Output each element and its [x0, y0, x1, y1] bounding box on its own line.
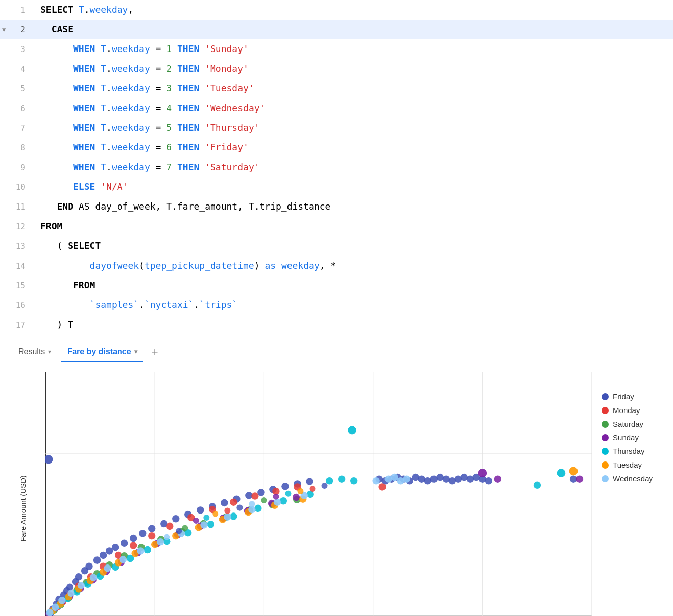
line-number: 5 [0, 79, 35, 98]
code-line-14: 14 dayofweek(tpep_pickup_datetime) as we… [0, 256, 673, 276]
svg-point-120 [478, 469, 487, 477]
svg-point-26 [85, 562, 92, 570]
code-line-5: 5 WHEN T.weekday = 3 THEN 'Tuesday' [0, 79, 673, 98]
legend-label: Saturday [613, 420, 643, 428]
svg-point-139 [326, 477, 333, 485]
svg-point-169 [157, 538, 164, 546]
legend-item-thursday: Thursday [602, 447, 653, 455]
svg-point-24 [75, 573, 82, 581]
tab-label: Results [18, 347, 45, 356]
line-content: WHEN T.weekday = 7 THEN 'Saturday' [35, 158, 673, 177]
line-number: 6 [0, 99, 35, 118]
svg-point-163 [67, 590, 74, 597]
svg-point-22 [66, 584, 73, 591]
svg-point-136 [280, 497, 287, 505]
line-number: 3 [0, 40, 35, 59]
legend-dot [602, 461, 609, 469]
svg-point-195 [322, 483, 328, 489]
code-line-6: 6 WHEN T.weekday = 4 THEN 'Wednesday' [0, 98, 673, 118]
svg-point-82 [230, 498, 237, 506]
chart-wrapper: Fare Amount (USD) 0 5 10 15 20 [15, 372, 592, 616]
line-content: END AS day_of_week, T.fare_amount, T.tri… [35, 197, 673, 216]
legend-item-wednesday: Wednesday [602, 474, 653, 483]
line-content: FROM [35, 276, 673, 295]
svg-point-43 [257, 489, 264, 496]
line-number: 16 [0, 296, 35, 315]
legend-label: Monday [613, 406, 640, 415]
svg-point-167 [120, 556, 127, 563]
svg-point-45 [281, 483, 289, 490]
line-content: WHEN T.weekday = 1 THEN 'Sunday' [35, 39, 673, 59]
svg-point-141 [350, 477, 357, 485]
svg-point-135 [254, 505, 261, 512]
add-tab-button[interactable]: + [148, 344, 162, 361]
legend-dot [602, 434, 609, 441]
code-line-11: 11 END AS day_of_week, T.fare_amount, T.… [0, 197, 673, 217]
svg-point-28 [100, 552, 107, 559]
svg-point-30 [112, 544, 119, 551]
svg-point-142 [534, 482, 541, 489]
line-number: 15 [0, 276, 35, 295]
code-line-12: 12FROM [0, 217, 673, 236]
svg-point-121 [494, 475, 501, 483]
line-content: WHEN T.weekday = 4 THEN 'Wednesday' [35, 98, 673, 118]
svg-point-77 [130, 542, 137, 549]
svg-point-27 [93, 556, 101, 564]
line-content: WHEN T.weekday = 6 THEN 'Friday' [35, 138, 673, 157]
legend-item-saturday: Saturday [602, 420, 653, 428]
line-number: 7 [0, 119, 35, 138]
legend-item-monday: Monday [602, 406, 653, 415]
code-line-7: 7 WHEN T.weekday = 5 THEN 'Thursday' [0, 118, 673, 138]
code-editor: 1SELECT T.weekday,2 CASE3 WHEN T.weekday… [0, 0, 673, 335]
svg-point-79 [166, 523, 173, 530]
svg-point-133 [207, 521, 214, 528]
svg-point-166 [104, 564, 111, 572]
legend-label: Friday [613, 392, 634, 401]
line-number: 14 [0, 256, 35, 276]
svg-point-48 [45, 455, 53, 464]
line-number: 11 [0, 197, 35, 217]
svg-point-143 [557, 469, 566, 477]
code-line-17: 17 ) T [0, 315, 673, 335]
line-content: dayofweek(tpep_pickup_datetime) as weekd… [35, 256, 673, 275]
legend-item-sunday: Sunday [602, 433, 653, 442]
line-number: 9 [0, 158, 35, 177]
svg-point-47 [306, 478, 313, 485]
svg-point-184 [193, 518, 199, 524]
legend-dot [602, 421, 609, 428]
legend-dot [602, 475, 609, 482]
chevron-down-icon: ▾ [134, 348, 137, 355]
svg-point-29 [106, 547, 113, 555]
line-number: 13 [0, 237, 35, 256]
svg-point-161 [52, 604, 59, 611]
svg-point-192 [285, 491, 291, 497]
tab-results[interactable]: Results▾ [12, 343, 57, 362]
svg-point-189 [249, 501, 255, 507]
tab-fare-by-distance[interactable]: Fare by distance▾ [61, 343, 143, 362]
svg-point-193 [297, 488, 303, 494]
svg-point-32 [130, 535, 137, 542]
svg-point-83 [251, 492, 258, 500]
code-line-10: 10 ELSE 'N/A' [0, 177, 673, 197]
svg-point-33 [139, 530, 146, 537]
scatter-plot: 0 5 10 15 20 25 0 50 [45, 372, 592, 616]
code-line-2: 2 CASE [0, 20, 673, 39]
code-line-13: 13 ( SELECT [0, 236, 673, 256]
svg-point-172 [224, 513, 231, 521]
svg-point-178 [391, 474, 398, 481]
svg-point-31 [121, 539, 128, 547]
svg-point-188 [236, 505, 243, 511]
legend-label: Sunday [613, 433, 639, 442]
svg-point-165 [90, 574, 97, 581]
svg-point-130 [144, 546, 151, 554]
line-content: CASE [35, 20, 673, 39]
svg-point-196 [576, 475, 583, 483]
legend-label: Tuesday [613, 460, 642, 469]
svg-point-159 [569, 467, 578, 476]
y-axis-label: Fare Amount (USD) [19, 475, 27, 542]
line-number: 8 [0, 138, 35, 158]
line-number: 17 [0, 316, 35, 335]
svg-point-168 [137, 547, 144, 555]
svg-point-140 [338, 475, 345, 483]
legend-dot [602, 448, 609, 455]
